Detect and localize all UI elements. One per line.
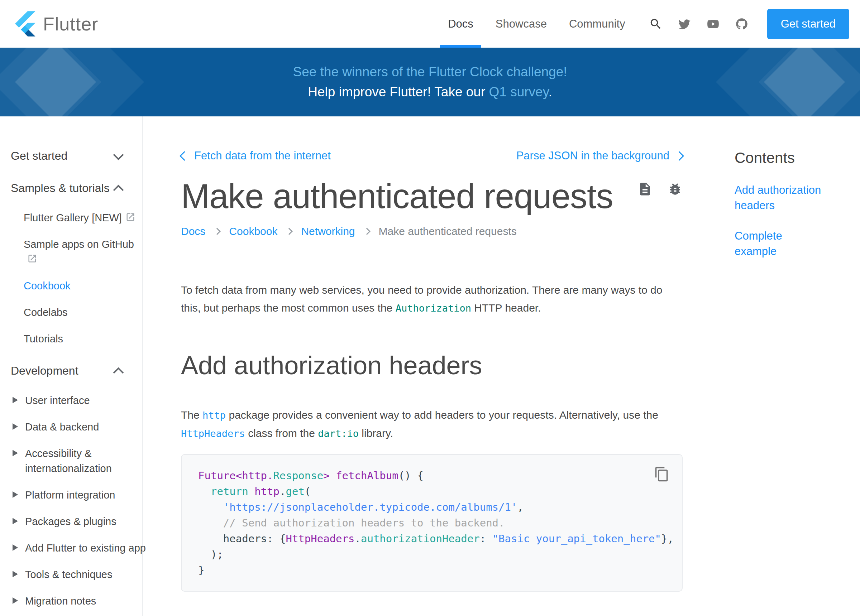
- copy-icon[interactable]: [654, 466, 670, 482]
- breadcrumb-docs[interactable]: Docs: [181, 225, 205, 237]
- sidebar-item-tools-techniques[interactable]: Tools & techniques: [11, 567, 151, 582]
- external-link-icon: [126, 212, 135, 222]
- code-line: return http.get(: [198, 483, 665, 499]
- code-content: Future<http.Response> fetchAlbum() { ret…: [198, 468, 665, 578]
- sidebar-item-label: Tools & techniques: [25, 569, 112, 580]
- section-heading-add-authorization-headers: Add authorization headers: [181, 350, 683, 380]
- sidebar-item-accessibility-internationalization[interactable]: Accessibility & internationalization: [11, 446, 151, 476]
- banner-decoration: [716, 48, 860, 116]
- sidebar-item-label: Cookbook: [24, 280, 71, 292]
- breadcrumb-make-authenticated-requests: Make authenticated requests: [379, 225, 517, 237]
- main-article: Fetch data from the internet Parse JSON …: [143, 116, 734, 616]
- flutter-wordmark: Flutter: [43, 13, 98, 35]
- sidebar-item-migration-notes[interactable]: Migration notes: [11, 593, 151, 608]
- announcement-banner: See the winners of the Flutter Clock cha…: [0, 48, 860, 116]
- code-line: // Send authorization headers to the bac…: [198, 515, 665, 531]
- nav-link-docs[interactable]: Docs: [448, 0, 473, 48]
- sidebar-item-label: Accessibility & internationalization: [25, 448, 112, 474]
- banner-text: Help improve Flutter! Take our: [308, 85, 489, 99]
- code-line: 'https://jsonplaceholder.typicode.com/al…: [198, 499, 665, 515]
- sidebar-section-label: Samples & tutorials: [11, 180, 115, 196]
- nav-link-showcase[interactable]: Showcase: [496, 0, 547, 48]
- sidebar: Get startedSamples & tutorialsFlutter Ga…: [0, 116, 143, 616]
- sidebar-section-samples-tutorials[interactable]: Samples & tutorials: [11, 180, 122, 196]
- toc-link-add-authorization-headers[interactable]: Add authorization headers: [734, 184, 821, 212]
- breadcrumb-cookbook[interactable]: Cookbook: [229, 225, 277, 237]
- title-actions: [637, 182, 683, 198]
- sidebar-item-sample-apps-on-github[interactable]: Sample apps on GitHub: [24, 237, 142, 267]
- toc-item: Complete example: [734, 228, 826, 259]
- triangle-right-icon: [13, 491, 18, 498]
- sidebar-item-label: Flutter Gallery [NEW]: [24, 212, 122, 224]
- inline-code-authorization: Authorization: [395, 303, 471, 314]
- nav-links: DocsShowcaseCommunity: [448, 0, 625, 48]
- external-link-icon: [27, 254, 37, 263]
- github-icon[interactable]: [735, 17, 749, 31]
- next-page-label: Parse JSON in the background: [516, 149, 669, 162]
- prev-page-link[interactable]: Fetch data from the internet: [181, 149, 331, 162]
- search-icon[interactable]: [649, 17, 662, 31]
- code-line: }: [198, 562, 665, 578]
- triangle-right-icon: [13, 518, 18, 524]
- sidebar-item-cookbook[interactable]: Cookbook: [24, 278, 142, 293]
- triangle-right-icon: [13, 450, 18, 456]
- sidebar-item-label: Codelabs: [24, 307, 68, 318]
- breadcrumb-networking[interactable]: Networking: [301, 225, 355, 237]
- sidebar-item-label: Platform integration: [25, 489, 115, 501]
- sidebar-item-label: Data & backend: [25, 421, 99, 433]
- sidebar-section-get-started[interactable]: Get started: [11, 148, 122, 164]
- inline-code-httpheaders[interactable]: HttpHeaders: [181, 428, 245, 439]
- sidebar-item-platform-integration[interactable]: Platform integration: [11, 487, 151, 503]
- toc-links: Add authorization headersComplete exampl…: [734, 182, 849, 259]
- chevron-right-icon: [363, 228, 370, 235]
- flutter-logo-icon: [15, 11, 36, 36]
- inline-code-http[interactable]: http: [202, 410, 226, 421]
- triangle-right-icon: [13, 423, 18, 430]
- sidebar-item-label: Migration notes: [25, 595, 96, 607]
- sidebar-item-tutorials[interactable]: Tutorials: [24, 331, 142, 346]
- contents-heading: Contents: [734, 149, 849, 166]
- next-page-link[interactable]: Parse JSON in the background: [516, 149, 683, 162]
- banner-clock-challenge-link[interactable]: See the winners of the Flutter Clock cha…: [293, 64, 567, 80]
- flutter-logo[interactable]: Flutter: [15, 11, 98, 36]
- banner-decoration: [0, 48, 101, 116]
- bug-report-icon[interactable]: [668, 182, 683, 198]
- sidebar-item-codelabs[interactable]: Codelabs: [24, 305, 142, 320]
- sidebar-section-development[interactable]: Development: [11, 363, 122, 379]
- banner-survey-link[interactable]: Q1 survey: [489, 85, 549, 99]
- triangle-right-icon: [13, 544, 18, 551]
- sidebar-section-label: Development: [11, 363, 115, 379]
- sidebar-item-user-interface[interactable]: User interface: [11, 393, 151, 408]
- intro-paragraph: To fetch data from many web services, yo…: [181, 281, 683, 317]
- triangle-right-icon: [13, 571, 18, 577]
- page-navigation: Fetch data from the internet Parse JSON …: [181, 149, 683, 162]
- breadcrumb: DocsCookbookNetworkingMake authenticated…: [181, 225, 683, 237]
- nav-link-community[interactable]: Community: [569, 0, 625, 48]
- sidebar-item-packages-plugins[interactable]: Packages & plugins: [11, 514, 151, 529]
- triangle-right-icon: [13, 597, 18, 604]
- sidebar-item-label: Tutorials: [24, 333, 63, 345]
- banner-decoration: [15, 48, 96, 116]
- sidebar-item-label: Sample apps on GitHub: [24, 238, 134, 250]
- get-started-button[interactable]: Get started: [767, 9, 849, 39]
- triangle-right-icon: [13, 397, 18, 403]
- section-paragraph: The http package provides a convenient w…: [181, 406, 683, 443]
- youtube-icon[interactable]: [706, 17, 720, 31]
- toc-link-complete-example[interactable]: Complete example: [734, 230, 782, 257]
- code-line: Future<http.Response> fetchAlbum() {: [198, 468, 665, 483]
- sidebar-item-add-flutter-to-existing-app[interactable]: Add Flutter to existing app: [11, 541, 151, 555]
- chevron-up-icon: [113, 367, 124, 378]
- sidebar-sections: Get startedSamples & tutorialsFlutter Ga…: [11, 148, 142, 616]
- code-line: );: [198, 547, 665, 562]
- sidebar-item-data-backend[interactable]: Data & backend: [11, 419, 151, 434]
- twitter-icon[interactable]: [678, 17, 691, 31]
- chevron-right-icon: [674, 151, 684, 161]
- content-area: Get startedSamples & tutorialsFlutter Ga…: [0, 116, 860, 616]
- sidebar-item-flutter-gallery-new[interactable]: Flutter Gallery [NEW]: [24, 210, 142, 225]
- view-source-document-icon[interactable]: [637, 182, 653, 198]
- top-navbar: Flutter DocsShowcaseCommunity Get starte…: [0, 0, 860, 48]
- chevron-up-icon: [113, 185, 124, 196]
- sidebar-item-label: User interface: [25, 395, 90, 406]
- chevron-right-icon: [286, 228, 293, 235]
- toc-item: Add authorization headers: [734, 182, 826, 213]
